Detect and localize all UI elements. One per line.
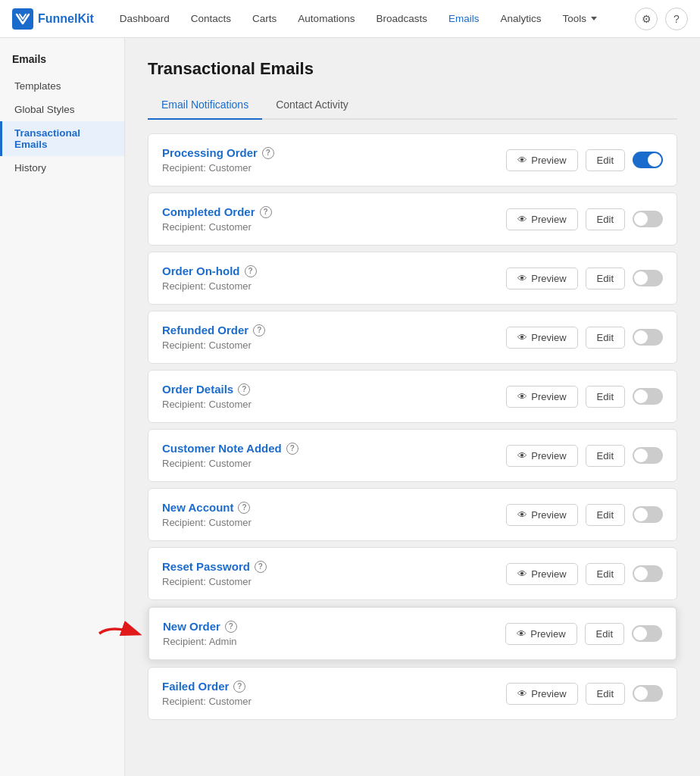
order-details-preview-button[interactable]: 👁 Preview bbox=[506, 386, 577, 408]
eye-icon: 👁 bbox=[517, 509, 527, 521]
tools-chevron-down-icon bbox=[591, 17, 597, 20]
red-arrow-annotation bbox=[96, 618, 143, 649]
eye-icon: 👁 bbox=[517, 155, 527, 166]
order-details-toggle[interactable] bbox=[633, 388, 663, 405]
new-order-preview-button[interactable]: 👁 Preview bbox=[505, 623, 577, 645]
sidebar-item-transactional-emails[interactable]: Transactional Emails bbox=[0, 121, 124, 156]
order-details-edit-button[interactable]: Edit bbox=[586, 386, 625, 408]
order-details-help-icon[interactable]: ? bbox=[238, 383, 250, 396]
settings-icon[interactable]: ⚙ bbox=[635, 8, 658, 30]
email-title-processing-order: Processing Order ? bbox=[162, 146, 274, 159]
email-card-processing-order: Processing Order ? Recipient: Customer 👁… bbox=[148, 133, 677, 186]
failed-order-preview-button[interactable]: 👁 Preview bbox=[506, 683, 577, 705]
reset-password-edit-button[interactable]: Edit bbox=[586, 563, 625, 585]
email-title-order-onhold: Order On-hold ? bbox=[162, 264, 257, 277]
eye-icon: 👁 bbox=[517, 273, 527, 284]
nav-broadcasts[interactable]: Broadcasts bbox=[365, 0, 438, 38]
order-onhold-help-icon[interactable]: ? bbox=[245, 265, 257, 277]
nav-contacts[interactable]: Contacts bbox=[180, 0, 242, 38]
eye-icon: 👁 bbox=[517, 332, 527, 343]
email-card-new-order: New Order ? Recipient: Admin 👁 Preview E… bbox=[148, 606, 677, 661]
refunded-order-edit-button[interactable]: Edit bbox=[586, 327, 625, 349]
new-order-toggle[interactable] bbox=[632, 625, 662, 642]
nav-automations[interactable]: Automations bbox=[287, 0, 365, 38]
email-card-new-account: New Account ? Recipient: Customer 👁 Prev… bbox=[148, 488, 677, 541]
page-title: Transactional Emails bbox=[148, 59, 677, 79]
reset-password-toggle[interactable] bbox=[633, 565, 663, 582]
email-title-customer-note-added: Customer Note Added ? bbox=[162, 442, 298, 455]
new-order-card-wrapper: New Order ? Recipient: Admin 👁 Preview E… bbox=[148, 606, 677, 661]
completed-order-preview-button[interactable]: 👁 Preview bbox=[506, 208, 577, 230]
tab-email-notifications[interactable]: Email Notifications bbox=[148, 92, 262, 120]
refunded-order-toggle[interactable] bbox=[633, 329, 663, 346]
new-account-help-icon[interactable]: ? bbox=[238, 502, 250, 514]
customer-note-added-preview-button[interactable]: 👁 Preview bbox=[506, 445, 577, 467]
reset-password-preview-button[interactable]: 👁 Preview bbox=[506, 563, 577, 585]
customer-note-added-help-icon[interactable]: ? bbox=[286, 443, 298, 455]
email-title-reset-password: Reset Password ? bbox=[162, 560, 267, 573]
email-title-new-order: New Order ? bbox=[163, 620, 237, 633]
failed-order-toggle[interactable] bbox=[633, 685, 663, 702]
processing-order-recipient: Recipient: Customer bbox=[162, 162, 274, 174]
completed-order-help-icon[interactable]: ? bbox=[260, 206, 272, 218]
customer-note-added-edit-button[interactable]: Edit bbox=[586, 445, 625, 467]
eye-icon: 👁 bbox=[517, 391, 527, 402]
failed-order-help-icon[interactable]: ? bbox=[233, 681, 245, 693]
logo-icon bbox=[12, 8, 33, 30]
order-onhold-toggle[interactable] bbox=[633, 270, 663, 286]
new-account-edit-button[interactable]: Edit bbox=[586, 504, 625, 526]
new-order-help-icon[interactable]: ? bbox=[225, 621, 237, 633]
app-layout: Emails Templates Global Styles Transacti… bbox=[0, 38, 700, 776]
new-account-toggle[interactable] bbox=[633, 506, 663, 523]
customer-note-added-recipient: Recipient: Customer bbox=[162, 458, 298, 469]
nav-icon-area: ⚙ ? bbox=[635, 8, 688, 30]
nav-links: Dashboard Contacts Carts Automations Bro… bbox=[109, 0, 635, 38]
order-onhold-recipient: Recipient: Customer bbox=[162, 280, 257, 292]
reset-password-recipient: Recipient: Customer bbox=[162, 576, 267, 587]
refunded-order-help-icon[interactable]: ? bbox=[253, 324, 265, 336]
tab-bar: Email Notifications Contact Activity bbox=[148, 92, 677, 120]
order-details-recipient: Recipient: Customer bbox=[162, 399, 252, 410]
tab-contact-activity[interactable]: Contact Activity bbox=[262, 92, 362, 120]
sidebar-item-global-styles[interactable]: Global Styles bbox=[0, 98, 124, 121]
failed-order-edit-button[interactable]: Edit bbox=[586, 683, 625, 705]
main-content: Transactional Emails Email Notifications… bbox=[125, 38, 700, 776]
email-card-failed-order: Failed Order ? Recipient: Customer 👁 Pre… bbox=[148, 667, 677, 720]
nav-carts[interactable]: Carts bbox=[242, 0, 287, 38]
email-card-reset-password: Reset Password ? Recipient: Customer 👁 P… bbox=[148, 547, 677, 600]
email-card-order-details: Order Details ? Recipient: Customer 👁 Pr… bbox=[148, 370, 677, 423]
email-card-order-onhold: Order On-hold ? Recipient: Customer 👁 Pr… bbox=[148, 252, 677, 305]
failed-order-recipient: Recipient: Customer bbox=[162, 696, 252, 707]
sidebar-section-label: Emails bbox=[0, 53, 124, 74]
new-account-recipient: Recipient: Customer bbox=[162, 517, 252, 528]
new-order-edit-button[interactable]: Edit bbox=[585, 623, 624, 645]
nav-tools[interactable]: Tools bbox=[552, 0, 608, 38]
top-navigation: FunnelKit Dashboard Contacts Carts Autom… bbox=[0, 0, 700, 38]
new-account-preview-button[interactable]: 👁 Preview bbox=[506, 504, 577, 526]
eye-icon: 👁 bbox=[517, 568, 527, 580]
sidebar-item-history[interactable]: History bbox=[0, 156, 124, 180]
logo[interactable]: FunnelKit bbox=[12, 8, 94, 30]
refunded-order-recipient: Recipient: Customer bbox=[162, 340, 265, 351]
completed-order-toggle[interactable] bbox=[633, 211, 663, 227]
email-card-refunded-order: Refunded Order ? Recipient: Customer 👁 P… bbox=[148, 311, 677, 364]
sidebar: Emails Templates Global Styles Transacti… bbox=[0, 38, 125, 776]
nav-dashboard[interactable]: Dashboard bbox=[109, 0, 180, 38]
processing-order-help-icon[interactable]: ? bbox=[262, 147, 274, 159]
nav-analytics[interactable]: Analytics bbox=[489, 0, 552, 38]
processing-order-toggle[interactable] bbox=[633, 152, 663, 168]
order-onhold-preview-button[interactable]: 👁 Preview bbox=[506, 268, 577, 289]
processing-order-edit-button[interactable]: Edit bbox=[586, 149, 625, 171]
refunded-order-preview-button[interactable]: 👁 Preview bbox=[506, 327, 577, 349]
processing-order-preview-button[interactable]: 👁 Preview bbox=[506, 149, 577, 171]
reset-password-help-icon[interactable]: ? bbox=[255, 561, 267, 573]
order-onhold-edit-button[interactable]: Edit bbox=[586, 268, 625, 289]
nav-emails[interactable]: Emails bbox=[438, 0, 490, 38]
email-card-completed-order: Completed Order ? Recipient: Customer 👁 … bbox=[148, 192, 677, 246]
help-icon[interactable]: ? bbox=[665, 8, 688, 30]
completed-order-edit-button[interactable]: Edit bbox=[586, 208, 625, 230]
email-card-customer-note-added: Customer Note Added ? Recipient: Custome… bbox=[148, 429, 677, 482]
customer-note-added-toggle[interactable] bbox=[633, 447, 663, 464]
sidebar-item-templates[interactable]: Templates bbox=[0, 74, 124, 98]
email-cards-list: Processing Order ? Recipient: Customer 👁… bbox=[148, 133, 677, 720]
